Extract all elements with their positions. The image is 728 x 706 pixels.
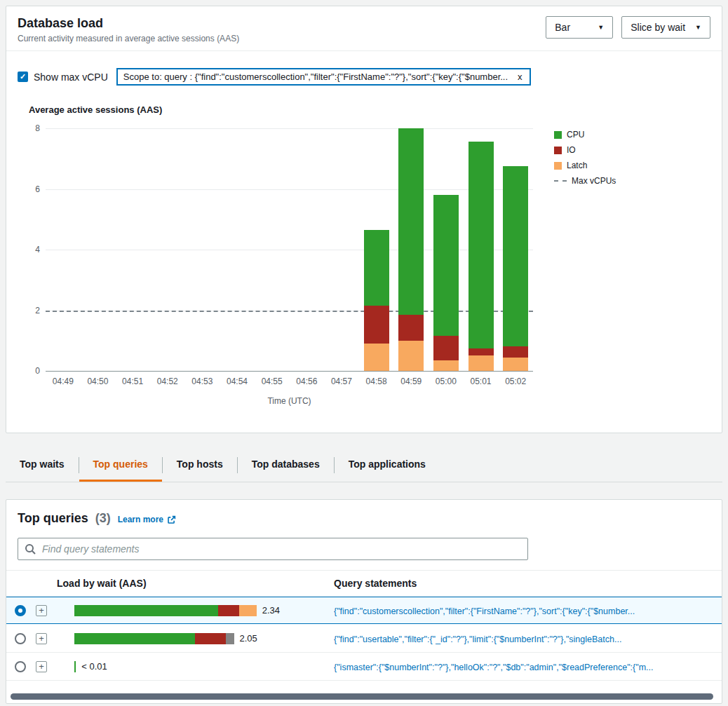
legend-label: IO: [567, 145, 576, 155]
x-axis-tick-label: 04:49: [46, 376, 81, 386]
legend-swatch: [554, 131, 562, 139]
table-header-row: Load by wait (AAS) Query statements: [6, 570, 722, 597]
radio-cell: [15, 633, 36, 644]
load-bar-segment-cpu: [74, 661, 76, 672]
legend-item-io[interactable]: IO: [554, 145, 652, 155]
bar-segment-cpu: [398, 128, 424, 315]
expand-row-button[interactable]: +: [36, 661, 47, 672]
bar-segment-io: [398, 315, 424, 341]
query-cell: {"find":"customerscollection","filter":{…: [334, 604, 722, 617]
bar-segment-cpu: [433, 195, 459, 336]
x-axis-tick-label: 04:50: [81, 376, 116, 386]
expand-row-button[interactable]: +: [36, 633, 47, 644]
show-max-vcpu-checkbox[interactable]: ✓ Show max vCPU: [18, 72, 108, 83]
query-statement-link[interactable]: {"find":"customerscollection","filter":{…: [334, 606, 635, 617]
load-value: < 0.01: [81, 661, 107, 672]
top-queries-count: (3): [95, 511, 111, 526]
load-cell: < 0.01: [61, 661, 334, 672]
expand-row-button[interactable]: +: [36, 605, 47, 616]
row-select-radio[interactable]: [15, 633, 26, 644]
slice-by-dropdown[interactable]: Slice by wait ▼: [621, 16, 710, 39]
tab-top-queries[interactable]: Top queries: [79, 449, 162, 482]
query-cell: {"find":"usertable","filter":{"_id":"?"}…: [334, 632, 722, 645]
top-queries-header: Top queries (3) Learn more: [6, 500, 722, 526]
gridline: [46, 128, 533, 129]
x-axis-tick-label: 04:52: [150, 376, 185, 386]
gridline: [46, 250, 533, 250]
y-axis-tick-label: 8: [18, 123, 40, 133]
tab-top-applications[interactable]: Top applications: [335, 449, 440, 482]
row-select-radio[interactable]: [15, 605, 26, 616]
page-title: Database load: [18, 16, 239, 31]
column-header-query: Query statements: [334, 578, 722, 589]
query-table-body: +2.34{"find":"customerscollection","filt…: [6, 597, 722, 681]
legend-label: Max vCPUs: [572, 176, 616, 186]
query-row[interactable]: +2.05{"find":"usertable","filter":{"_id"…: [6, 625, 722, 653]
performance-insights-page: Database load Current activity measured …: [0, 0, 728, 706]
database-load-panel: Database load Current activity measured …: [6, 6, 722, 433]
stacked-bar: [364, 128, 389, 371]
x-axis-tick-label: 05:00: [429, 376, 464, 386]
learn-more-link[interactable]: Learn more: [118, 515, 176, 524]
bar-segment-latch: [364, 344, 389, 371]
max-vcpus-line: [46, 311, 533, 312]
x-axis-tick-label: 05:02: [498, 376, 533, 386]
chart-title: Average active sessions (AAS): [29, 104, 162, 115]
x-axis-tick-label: 04:59: [393, 376, 429, 386]
tab-top-databases[interactable]: Top databases: [238, 449, 334, 482]
checkbox-checked-icon[interactable]: ✓: [18, 72, 28, 82]
stacked-bar: [469, 128, 494, 371]
stacked-bar: [503, 128, 528, 371]
load-bar: [74, 605, 257, 616]
x-axis-tick-label: 04:51: [115, 376, 150, 386]
bar-segment-cpu: [364, 230, 389, 306]
chart-plot-area: [46, 128, 533, 371]
query-row[interactable]: +2.34{"find":"customerscollection","filt…: [6, 597, 722, 625]
x-axis-label: Time (UTC): [46, 396, 533, 406]
scope-close-button[interactable]: x: [516, 72, 524, 82]
load-cell: 2.05: [61, 633, 334, 644]
query-statement-link[interactable]: {"find":"usertable","filter":{"_id":"?"}…: [334, 634, 621, 645]
row-select-radio[interactable]: [15, 661, 26, 672]
bar-segment-cpu: [469, 142, 494, 348]
legend-item-latch[interactable]: Latch: [554, 161, 652, 170]
query-cell: {"ismaster":{"$numberInt":"?"},"helloOk"…: [334, 660, 722, 673]
radio-cell: [15, 605, 36, 616]
scope-filter-tag[interactable]: Scope to: query : {"find":"customerscoll…: [116, 68, 531, 86]
stacked-bar: [433, 128, 459, 371]
chart-style-dropdown[interactable]: Bar ▼: [546, 16, 613, 39]
load-bar-segment-io: [218, 605, 239, 616]
chevron-down-icon: ▼: [598, 25, 604, 31]
learn-more-label: Learn more: [118, 515, 163, 524]
legend-label: Latch: [567, 161, 587, 170]
horizontal-scrollbar[interactable]: [11, 693, 713, 700]
y-axis-tick-label: 6: [18, 184, 40, 194]
load-bar-segment-cpu: [74, 633, 195, 644]
x-axis-tick-label: 04:57: [324, 376, 359, 386]
y-axis-tick-label: 2: [18, 306, 40, 315]
bar-segment-latch: [398, 341, 424, 371]
chevron-down-icon: ▼: [695, 25, 701, 31]
x-axis-tick-label: 04:55: [255, 376, 290, 386]
legend-item-cpu[interactable]: CPU: [554, 130, 652, 140]
search-input[interactable]: [18, 538, 528, 560]
y-axis-tick-label: 0: [18, 366, 40, 376]
query-statement-link[interactable]: {"ismaster":{"$numberInt":"?"},"helloOk"…: [334, 663, 654, 673]
expand-cell: +: [36, 605, 61, 616]
tab-top-hosts[interactable]: Top hosts: [163, 449, 237, 482]
expand-cell: +: [36, 661, 61, 672]
top-queries-panel: Top queries (3) Learn more Load by wait …: [6, 499, 722, 704]
x-axis-tick-label: 05:01: [464, 376, 499, 386]
load-bar-segment-latch: [239, 605, 256, 616]
query-row[interactable]: +< 0.01{"ismaster":{"$numberInt":"?"},"h…: [6, 653, 722, 681]
y-axis-tick-label: 4: [18, 245, 40, 254]
tab-top-waits[interactable]: Top waits: [6, 449, 79, 482]
bar-segment-io: [503, 346, 528, 357]
legend-item-max-vcpus[interactable]: Max vCPUs: [554, 176, 652, 186]
load-bar-segment-io: [195, 633, 226, 644]
legend-label: CPU: [567, 130, 584, 140]
insights-tabs: Top waitsTop queriesTop hostsTop databas…: [6, 449, 722, 482]
x-axis-tick-label: 04:54: [220, 376, 255, 386]
header-controls: Bar ▼ Slice by wait ▼: [546, 16, 710, 39]
expand-cell: +: [36, 633, 61, 644]
